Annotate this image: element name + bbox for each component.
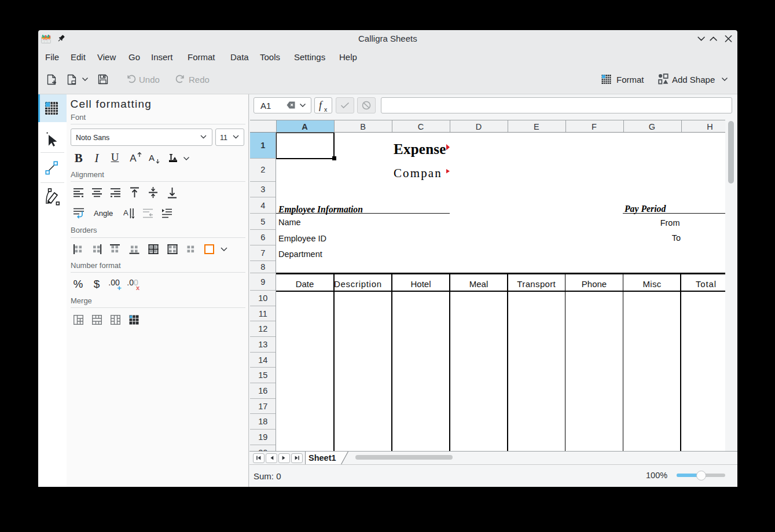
svg-text:A: A xyxy=(123,208,128,217)
